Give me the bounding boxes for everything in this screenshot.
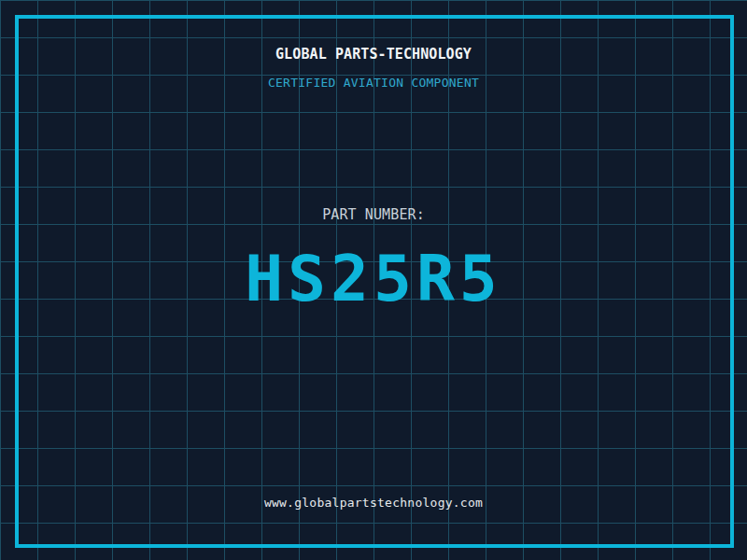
website-url: www.globalpartstechnology.com xyxy=(0,496,747,510)
brand-title: GLOBAL PARTS-TECHNOLOGY xyxy=(0,46,747,63)
certification-subtitle: CERTIFIED AVIATION COMPONENT xyxy=(0,76,747,90)
part-number-label: PART NUMBER: xyxy=(0,206,747,223)
part-number-value: HS25R5 xyxy=(0,231,747,325)
